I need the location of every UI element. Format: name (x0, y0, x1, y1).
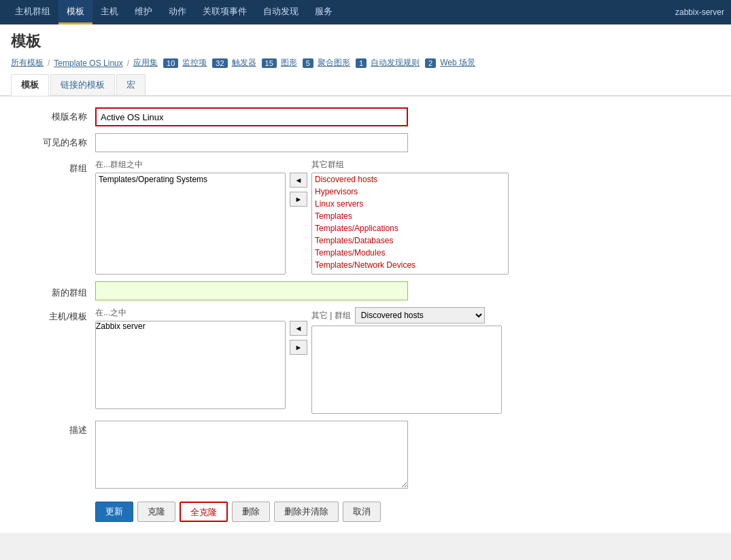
groups-label: 群组 (14, 159, 95, 175)
breadcrumb-items-badge: 32 (212, 58, 227, 68)
breadcrumb-discovery-badge: 2 (425, 58, 436, 68)
groups-content: 在...群组之中 Templates/Operating Systems ◄ ►… (95, 159, 717, 275)
nav-menu: 主机群组 模板 主机 维护 动作 关联项事件 自动发现 服务 (7, 0, 341, 24)
nav-discovery[interactable]: 自动发现 (255, 0, 307, 24)
nav-hosts[interactable]: 主机 (92, 0, 126, 24)
groups-other-listbox[interactable]: Discovered hosts Hypervisors Linux serve… (311, 173, 509, 275)
cancel-button[interactable]: 取消 (343, 502, 381, 522)
breadcrumb-triggers[interactable]: 触发器 (232, 57, 256, 69)
host-other-wrap: 其它 | 群组 Discovered hosts Hypervisors Lin… (311, 307, 502, 414)
host-other-top: 其它 | 群组 Discovered hosts Hypervisors Lin… (311, 307, 502, 323)
desc-textarea[interactable] (95, 421, 408, 489)
full-clone-button[interactable]: 全克隆 (180, 502, 228, 522)
host-content: 在...之中 Zabbix server ◄ ► 其它 | 群组 Discove… (95, 307, 502, 414)
breadcrumb-sep2: / (127, 58, 129, 68)
host-move-left-button[interactable]: ◄ (290, 321, 307, 336)
host-in-label: 在...之中 (95, 307, 286, 319)
groups-other-label: 其它群组 (311, 159, 509, 171)
breadcrumb-appset[interactable]: 应用集 (133, 57, 158, 69)
update-button[interactable]: 更新 (95, 502, 133, 522)
host-label: 主机/模板 (14, 307, 95, 323)
host-in-wrap: 在...之中 Zabbix server (95, 307, 286, 409)
tab-linked-templates[interactable]: 链接的模板 (50, 74, 115, 95)
template-name-input[interactable] (95, 107, 408, 126)
breadcrumb-screens-badge: 1 (356, 58, 367, 68)
group-arrows: ◄ ► (286, 173, 311, 207)
move-right-button[interactable]: ► (290, 192, 307, 207)
sub-tabs: 模板 链接的模板 宏 (11, 74, 720, 95)
new-group-row: 新的群组 (14, 281, 717, 300)
breadcrumb-all[interactable]: 所有模板 (11, 57, 44, 69)
nav-templates[interactable]: 模板 (58, 0, 92, 24)
breadcrumb-screens[interactable]: 聚合图形 (318, 57, 350, 69)
desc-row: 描述 (14, 421, 717, 491)
delete-clear-button[interactable]: 删除并清除 (274, 502, 339, 522)
clone-button[interactable]: 克隆 (137, 502, 175, 522)
breadcrumb-web[interactable]: Web 场景 (440, 57, 475, 69)
groups-in-listbox[interactable]: Templates/Operating Systems (95, 173, 286, 275)
delete-button[interactable]: 删除 (232, 502, 270, 522)
groups-other-wrap: 其它群组 Discovered hosts Hypervisors Linux … (311, 159, 509, 275)
breadcrumb-graphs-badge: 5 (303, 58, 313, 68)
move-left-button[interactable]: ◄ (290, 173, 307, 188)
nav-actions[interactable]: 动作 (160, 0, 194, 24)
nav-maintenance[interactable]: 维护 (126, 0, 160, 24)
breadcrumb-discovery[interactable]: 自动发现规则 (371, 57, 420, 69)
nav-host-groups[interactable]: 主机群组 (7, 0, 58, 24)
host-other-listbox[interactable] (311, 326, 502, 414)
host-arrows: ◄ ► (286, 321, 311, 355)
breadcrumb: 所有模板 / Template OS Linux / 应用集 10 监控项 32… (11, 57, 720, 69)
breadcrumb-items[interactable]: 监控项 (182, 57, 207, 69)
desc-control (95, 421, 717, 491)
groups-row: 群组 在...群组之中 Templates/Operating Systems … (14, 159, 717, 275)
tab-macros[interactable]: 宏 (116, 74, 146, 95)
breadcrumb-triggers-badge: 15 (262, 58, 277, 68)
visible-name-row: 可见的名称 (14, 133, 717, 152)
top-navigation: 主机群组 模板 主机 维护 动作 关联项事件 自动发现 服务 zabbix-se… (0, 0, 731, 24)
groups-in-wrap: 在...群组之中 Templates/Operating Systems (95, 159, 286, 275)
visible-name-label: 可见的名称 (14, 133, 95, 149)
host-in-listbox[interactable]: Zabbix server (95, 321, 286, 409)
server-name: zabbix-server (675, 7, 724, 17)
page-title: 模板 (11, 31, 720, 52)
tab-template[interactable]: 模板 (11, 74, 49, 96)
visible-name-input[interactable] (95, 133, 408, 152)
template-name-control (95, 107, 717, 126)
host-other-select[interactable]: Discovered hosts Hypervisors Linux serve… (355, 307, 485, 323)
new-group-input[interactable] (95, 281, 408, 300)
host-other-label: 其它 | 群组 (311, 310, 351, 321)
breadcrumb-appset-badge: 10 (163, 58, 178, 68)
new-group-label: 新的群组 (14, 283, 95, 299)
template-name-label: 模版名称 (14, 107, 95, 123)
host-row: 主机/模板 在...之中 Zabbix server ◄ ► 其它 | 群组 D… (14, 307, 717, 414)
desc-label: 描述 (14, 421, 95, 436)
nav-services[interactable]: 服务 (307, 0, 341, 24)
page-header: 模板 所有模板 / Template OS Linux / 应用集 10 监控项… (0, 24, 731, 96)
breadcrumb-sep1: / (48, 58, 50, 68)
breadcrumb-graphs[interactable]: 图形 (281, 57, 297, 69)
button-bar: 更新 克隆 全克隆 删除 删除并清除 取消 (95, 502, 717, 522)
visible-name-control (95, 133, 717, 152)
template-name-row: 模版名称 (14, 107, 717, 126)
host-move-right-button[interactable]: ► (290, 340, 307, 355)
main-content: 模版名称 可见的名称 群组 在...群组之中 Templates/Operati… (0, 96, 731, 533)
breadcrumb-current[interactable]: Template OS Linux (54, 58, 122, 68)
groups-in-label: 在...群组之中 (95, 159, 286, 171)
nav-events[interactable]: 关联项事件 (194, 0, 255, 24)
